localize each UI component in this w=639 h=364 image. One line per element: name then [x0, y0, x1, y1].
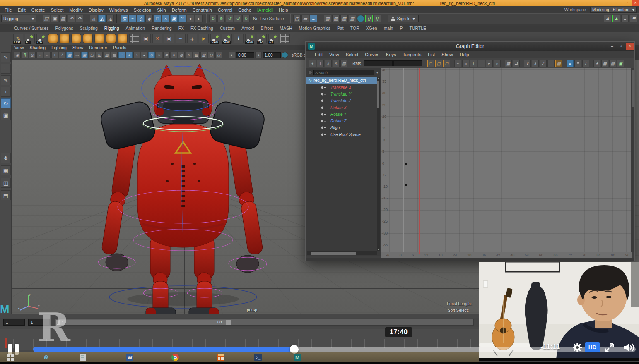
- undo-icon[interactable]: ↶: [68, 15, 75, 22]
- shelf-tool-icon[interactable]: [164, 34, 174, 43]
- word-icon[interactable]: W: [123, 353, 136, 362]
- menu-item[interactable]: Help: [276, 7, 291, 12]
- select-component-icon[interactable]: ◮: [106, 15, 114, 22]
- shelf-tool-icon[interactable]: [94, 34, 104, 43]
- shelf-tab[interactable]: P: [396, 26, 406, 31]
- maya-taskbar-icon[interactable]: M: [292, 353, 304, 362]
- channel-row[interactable]: Translate Y: [306, 91, 378, 97]
- shelf-tab[interactable]: Motion Graphics: [296, 26, 334, 31]
- select-tool[interactable]: ↖: [1, 52, 11, 62]
- menu-item[interactable]: Modify: [66, 7, 85, 12]
- shelf-tab[interactable]: XGen: [363, 26, 381, 31]
- panel-menu-item[interactable]: Panels: [110, 45, 129, 50]
- film-gate-icon[interactable]: ▣: [81, 52, 88, 58]
- chevron-down-icon[interactable]: ▼: [376, 71, 379, 74]
- snap-point-icon[interactable]: ◇: [137, 15, 145, 22]
- color-management-icon[interactable]: [282, 52, 288, 58]
- lights-icon[interactable]: ◒: [141, 52, 147, 58]
- wireframe-icon[interactable]: ◔: [118, 52, 125, 58]
- resolution-gate-icon[interactable]: ▢: [89, 52, 95, 58]
- shelf-tab[interactable]: TURTLE: [406, 26, 429, 31]
- settings-gear-icon[interactable]: [572, 342, 583, 353]
- divider[interactable]: [320, 14, 321, 23]
- menu-item[interactable]: File: [2, 7, 15, 12]
- channel-row[interactable]: Rotate Y: [306, 111, 378, 117]
- window-resize-edge[interactable]: [306, 258, 634, 261]
- select-hierarchy-icon[interactable]: ◬: [90, 15, 97, 22]
- window-titlebar[interactable]: Autodesk Maya 2017: C:\Users\admin\Deskt…: [0, 0, 639, 6]
- render-settings-icon[interactable]: ▥: [349, 15, 356, 22]
- modeling-toolkit-icon[interactable]: ♟: [604, 15, 611, 22]
- shelf-tab[interactable]: Curves / Surfaces: [11, 26, 52, 31]
- shelf-tab[interactable]: Arnold: [238, 26, 257, 31]
- menu-item[interactable]: Constrain: [190, 7, 215, 12]
- curve-view-scrollbar[interactable]: [631, 68, 634, 252]
- ipr-render-icon[interactable]: ▥: [340, 15, 348, 22]
- field-chart-icon[interactable]: ▥: [104, 52, 110, 58]
- center-current-time-icon[interactable]: ◻: [443, 60, 450, 67]
- plugin-shading-icon[interactable]: ▨: [200, 52, 207, 58]
- snap-grid-icon[interactable]: ⊞: [121, 15, 128, 22]
- flat-tangent-icon[interactable]: —: [478, 60, 485, 67]
- character-robot[interactable]: [75, 61, 290, 314]
- current-time-playhead[interactable]: [419, 68, 420, 252]
- notepad-icon[interactable]: [76, 353, 89, 362]
- shelf-tool-icon[interactable]: FT: [25, 34, 35, 43]
- construction-history-icon[interactable]: ↺: [234, 15, 241, 22]
- shelf-tool-icon[interactable]: [280, 34, 290, 43]
- shelf-tab[interactable]: Rigging: [101, 26, 123, 31]
- panel-menu-item[interactable]: Show: [70, 45, 86, 50]
- menu-item[interactable]: Create: [29, 7, 48, 12]
- insert-keys-icon[interactable]: ‖: [317, 60, 324, 67]
- textured-icon[interactable]: ◑: [133, 52, 140, 58]
- select-object-icon[interactable]: ◭: [98, 15, 106, 22]
- menu-item[interactable]: Control: [215, 7, 235, 12]
- exposure-icon[interactable]: ◐: [229, 52, 235, 58]
- mute-channel-icon[interactable]: [321, 133, 326, 136]
- frame-all-icon[interactable]: □: [427, 60, 434, 67]
- buffer-snapshot-icon[interactable]: ▩: [505, 60, 512, 67]
- mute-channel-icon[interactable]: [321, 106, 326, 110]
- shelf-tool-icon[interactable]: FT: [268, 34, 278, 43]
- chrome-icon[interactable]: [169, 353, 181, 362]
- frame-playback-icon[interactable]: ◫: [435, 60, 442, 67]
- swap-buffer-icon[interactable]: ⇄: [513, 60, 520, 67]
- channel-row[interactable]: Align: [306, 125, 378, 131]
- maximize-button[interactable]: ▫: [623, 0, 632, 6]
- shelf-tool-icon[interactable]: [176, 34, 186, 43]
- scroll-up-icon[interactable]: ▲: [377, 77, 380, 79]
- shelf-tool-icon[interactable]: [48, 34, 58, 43]
- curve-list-icon[interactable]: ▤: [609, 60, 616, 67]
- panel-menu-item[interactable]: View: [12, 45, 27, 50]
- range-end-handle[interactable]: [226, 320, 231, 325]
- shelf-tool-icon[interactable]: Skel: [210, 34, 220, 43]
- shadows-icon[interactable]: ⊛: [148, 52, 155, 58]
- outliner-vertical-scrollbar[interactable]: ▲ ▼: [377, 77, 380, 251]
- look-dev-icon[interactable]: []: [374, 15, 381, 22]
- menu-item[interactable]: Select: [48, 7, 67, 12]
- graph-editor-menu-item[interactable]: Curves: [362, 52, 383, 57]
- input-operations-icon[interactable]: ↻: [209, 15, 217, 22]
- shelf-tool-icon[interactable]: CP: [257, 34, 267, 43]
- input-connections-icon[interactable]: ↻: [217, 15, 225, 22]
- safe-action-icon[interactable]: ▤: [111, 52, 118, 58]
- bookmark-icon[interactable]: ▪: [36, 52, 43, 58]
- divider[interactable]: [116, 14, 118, 23]
- minimize-button[interactable]: –: [608, 43, 616, 50]
- linear-tangent-icon[interactable]: \: [470, 60, 477, 67]
- outliner-horizontal-scrollbar[interactable]: [307, 251, 377, 255]
- snap-help-icon[interactable]: ?: [178, 15, 186, 22]
- snap-view-icon[interactable]: ▣: [170, 15, 178, 22]
- shaded-icon[interactable]: ◕: [126, 52, 133, 58]
- shelf-tab[interactable]: Pat: [334, 26, 347, 31]
- shelf-tool-icon[interactable]: [187, 34, 197, 43]
- graph-editor-menu-item[interactable]: Help: [456, 52, 473, 57]
- default-material-icon[interactable]: ●: [171, 52, 177, 58]
- windows-start-icon[interactable]: [4, 353, 17, 362]
- gate-mask-icon[interactable]: ◫: [96, 52, 103, 58]
- channel-row[interactable]: Rotate X: [306, 104, 378, 111]
- open-scene-icon[interactable]: ▣: [51, 15, 58, 22]
- lock-tangent-weight-icon[interactable]: ∟: [547, 60, 555, 67]
- new-scene-icon[interactable]: ▤: [43, 15, 50, 22]
- free-tangent-weight-icon[interactable]: ∠: [540, 60, 547, 67]
